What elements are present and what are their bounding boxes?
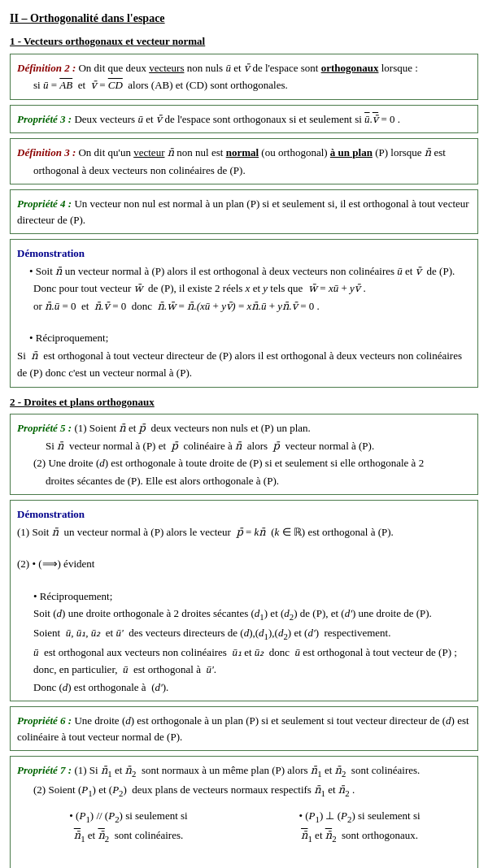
section2-title: 2 - Droites et plans orthogonaux: [10, 394, 478, 410]
property-7-box: Propriété 7 : (1) Si n̄1 et n̄2 sont nor…: [10, 756, 478, 868]
definition-2-box: Définition 2 : On dit que deux vecteurs …: [10, 54, 478, 100]
prop6-label: Propriété 6 :: [17, 714, 72, 727]
section1-title: 1 - Vecteurs orthogonaux et vecteur norm…: [10, 33, 478, 50]
def2-text: Définition 2 : On dit que deux vecteurs …: [17, 60, 471, 76]
prop7-col2: • (P1) ⊥ (P2) si seulement si n̄1 et n̄2…: [248, 806, 471, 868]
perp-planes-svg: n̄₁ n̄₂ (P₁) (P₂): [290, 853, 429, 868]
prop4-label: Propriété 4 :: [17, 197, 72, 210]
demonstration-1-box: Démonstration • Soit n̄ un vecteur norma…: [10, 239, 478, 388]
demo1-label: Démonstration: [17, 245, 471, 262]
def3-label: Définition 3 :: [17, 146, 76, 158]
main-title: II – Orthogonalité dans l'espace: [10, 10, 478, 27]
prop3-label: Propriété 3 :: [17, 113, 72, 125]
diagram-perpendicular: n̄₁ n̄₂ (P₁) (P₂): [290, 853, 429, 868]
definition-3-box: Définition 3 : On dit qu'un vecteur n̄ n…: [10, 138, 478, 184]
property-3-box: Propriété 3 : Deux vecteurs ū et v̄ de l…: [10, 105, 478, 134]
parallel-planes-svg: n̄₁ n̄₂ (P₁) (P₂): [59, 853, 198, 868]
prop7-col1: • (P1) // (P2) si seulement si n̄1 et n̄…: [17, 806, 240, 868]
demo2-label: Démonstration: [17, 506, 471, 523]
property-4-box: Propriété 4 : Un vecteur non nul est nor…: [10, 189, 478, 234]
property-5-box: Propriété 5 : (1) Soient n̄ et p̄ deux v…: [10, 414, 478, 495]
property-6-box: Propriété 6 : Une droite (d) est orthogo…: [10, 706, 478, 751]
diagram-parallel: n̄₁ n̄₂ (P₁) (P₂): [59, 853, 198, 868]
demonstration-2-box: Démonstration (1) Soit n̄ un vecteur nor…: [10, 500, 478, 701]
prop5-label: Propriété 5 :: [17, 422, 72, 434]
def2-label: Définition 2 :: [17, 62, 76, 74]
prop7-label: Propriété 7 :: [17, 764, 72, 776]
